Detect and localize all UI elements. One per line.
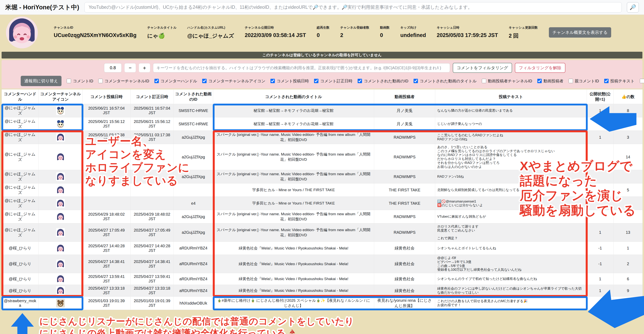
- commenter-icon-cell: [38, 285, 82, 297]
- column-toggle-checkbox[interactable]: [314, 79, 318, 83]
- commenter-icon-cell: [38, 197, 82, 210]
- clear-filter-button[interactable]: フィルタリングを解除: [515, 63, 566, 73]
- table-row: @桜_ひらり2025/04/27 14:38:41 JST2025/04/27 …: [2, 255, 642, 273]
- table-row: @にゃほ_ジャムズa2GujJZfXpgスパークル [original ver.…: [2, 170, 642, 183]
- show-channel-description-button[interactable]: チャンネル概要文を表示する: [549, 27, 611, 38]
- comment-posted-cell: [82, 197, 130, 210]
- keyword-filter-input[interactable]: [153, 63, 450, 72]
- video-id-cell: a2GujJZfXpg: [174, 170, 213, 183]
- tamagotchi-avatar: [56, 120, 65, 128]
- commenter-handle-cell: @桜_ひらり: [2, 242, 38, 255]
- filter-row: − ＋ コメントをフィルタリング フィルタリングを解除: [6, 63, 638, 73]
- video-poster-cell: RADWIMPS: [374, 144, 435, 170]
- column-toggle-checkbox[interactable]: [154, 79, 159, 83]
- column-toggle-checkbox[interactable]: [270, 79, 275, 83]
- column-toggle-1[interactable]: コメンターチャンネルID: [98, 78, 149, 84]
- table-row: @桜_ひらり2025/04/27 14:40:28 JST2025/04/27 …: [2, 242, 642, 255]
- video-title-cell: 緑黄色社会『Mela!』Music Video / Ryokuoushoku S…: [213, 255, 374, 273]
- channel-search-input[interactable]: [84, 2, 622, 12]
- post-text-cell: シオンちゃんとボイトレしてるもんね: [435, 242, 587, 255]
- video-poster-cell: THE FIRST TAKE: [374, 197, 435, 210]
- column-toggle-10[interactable]: 親コメントID: [568, 78, 599, 84]
- comment-posted-cell: 2025/05/11 03:17:38 JST: [82, 131, 130, 144]
- column-toggle-12[interactable]: 返信可否: [640, 78, 644, 84]
- column-toggle-checkbox[interactable]: [414, 79, 418, 83]
- channel-field-label: チャンネル登録者数: [340, 26, 369, 30]
- column-toggle-6[interactable]: コメントされた動画のID: [358, 78, 408, 84]
- comments-table: コメンターハンドルコメンターチャンネルアイコンコメント投稿日時コメント訂正日時コ…: [2, 89, 642, 310]
- channel-field-value: 2 回: [509, 32, 538, 39]
- column-toggle-checkbox[interactable]: [482, 79, 486, 83]
- column-toggle-2[interactable]: コメンターハンドル: [154, 78, 197, 84]
- commenter-icon-cell: [38, 117, 82, 131]
- column-header-4: コメントされた動画のID: [174, 89, 213, 104]
- column-header-3: コメント訂正日時: [130, 89, 174, 104]
- channel-field-8: キャッシュ日時2025/05/03 17:59:25 JST: [437, 26, 498, 38]
- column-toggle-checkbox[interactable]: [358, 79, 362, 83]
- post-text-cell: ここ荒らしてるのむしろRADファンだよねRADファンは√16ね: [435, 131, 587, 144]
- video-title-cell: スパークル [original ver.] -Your name. Music …: [213, 131, 374, 144]
- commenter-icon-cell: [38, 242, 82, 255]
- column-toggle-4[interactable]: コメント投稿日時: [270, 78, 309, 84]
- column-toggle-9[interactable]: 動画投稿者: [537, 78, 564, 84]
- column-toggle-row: 通報用に切り替え コメントIDコメンターチャンネルIDコメンターハンドルコメンタ…: [6, 76, 638, 86]
- visibility-cell: [587, 170, 614, 183]
- visibility-cell: 1: [587, 273, 614, 285]
- video-title-cell: 🎍#新年にじ格付け🎍 にじさんじ格付け2025 スペシャル🎍✨【夜見れな / ル…: [213, 297, 374, 310]
- channel-field-label: キャッシュ日時: [437, 26, 498, 30]
- threshold-decrease-button[interactable]: −: [124, 63, 136, 72]
- likes-cell: 8: [614, 104, 642, 117]
- column-toggle-checkbox[interactable]: [568, 79, 573, 83]
- video-poster-cell: THE FIRST TAKE: [374, 183, 435, 197]
- video-id-cell: aRDURmIYBZ4: [174, 255, 213, 273]
- search-button[interactable]: 🔎: [627, 2, 639, 12]
- column-header-5: コメントされた動画のタイトル: [213, 89, 374, 104]
- comment-posted-cell: [82, 144, 130, 170]
- channel-field-label: キャッシュ更新回数: [509, 26, 538, 30]
- column-toggle-checkbox[interactable]: [604, 79, 608, 83]
- video-title-cell: 緑黄色社会『Mela!』Music Video / Ryokuoushoku S…: [213, 242, 374, 255]
- comment-posted-cell: 2025/06/21 15:56:12 JST: [82, 117, 130, 131]
- commenter-handle-cell: @にゃほ_ジャムズ: [2, 144, 38, 170]
- column-toggle-0[interactable]: コメントID: [67, 78, 93, 84]
- column-toggle-8[interactable]: 動画投稿者チャンネルID: [482, 78, 532, 84]
- filter-comments-button[interactable]: コメントをフィルタリング: [453, 63, 512, 73]
- table-row: @にゃほ_ジャムズ2025/06/21 16:57:04 JST2025/06/…: [2, 104, 642, 117]
- video-id-cell: SMS5TC-HRWE: [174, 117, 213, 131]
- table-row: @strawberry_moka2025/01/03 19:01:39 JST2…: [2, 297, 642, 310]
- post-text-cell: じじいが調子乗んなっつーの: [435, 117, 587, 131]
- subscription-notice-bar: このチャンネルは登録しているチャンネルの取得を許可していません: [2, 52, 642, 58]
- channel-field-7: キッズ向けundefined: [400, 26, 426, 38]
- threshold-input[interactable]: [104, 63, 122, 72]
- post-text-cell: これだけの人数を1人で回せる夜見さんのMC力凄すぎる🎉お疲れ様です！: [435, 297, 587, 310]
- video-title-cell: スパークル [original ver.] -Your name. Music …: [213, 210, 374, 223]
- column-toggle-checkbox[interactable]: [537, 79, 542, 83]
- likes-cell: 0: [614, 117, 642, 131]
- video-id-cell: a2GujJZfXpg: [174, 144, 213, 170]
- report-mode-toggle-button[interactable]: 通報用に切り替え: [21, 76, 62, 86]
- comment-posted-cell: 2025/04/27 14:40:28 JST: [82, 242, 130, 255]
- post-text-cell: 北朝鮮なら夫婦別姓賛成してるバカは死刑になってる: [435, 183, 587, 197]
- comment-edited-cell: 2025/04/27 14:40:28 JST: [130, 242, 174, 255]
- column-toggle-checkbox[interactable]: [640, 79, 644, 83]
- commenter-icon-cell: [38, 210, 82, 223]
- column-toggle-5[interactable]: コメント訂正日時: [314, 78, 352, 84]
- app-title: 米堀 - HoriYone(テスト中): [5, 3, 79, 11]
- comment-posted-cell: 2025/04/29 18:48:02 JST: [82, 210, 130, 223]
- channel-field-value: 2: [340, 32, 369, 38]
- channel-header: チャンネルIDUCue0zqgN25XmYN6OXv5xKBgチャンネルタイトル…: [0, 15, 644, 50]
- column-toggle-checkbox[interactable]: [202, 79, 206, 83]
- video-poster-cell: 緑黄色社会: [374, 273, 435, 285]
- column-toggle-11[interactable]: 投稿テキスト: [604, 78, 635, 84]
- column-header-6: 動画投稿者: [374, 89, 435, 104]
- table-row: @にゃほ_ジャムズ宇多田ヒカル - Mine or Yours / THE FI…: [2, 183, 642, 197]
- threshold-increase-button[interactable]: ＋: [139, 63, 150, 72]
- column-toggle-checkbox[interactable]: [67, 79, 71, 83]
- commenter-handle-cell: @にゃほ_ジャムズ: [2, 131, 38, 144]
- column-toggle-checkbox[interactable]: [98, 79, 103, 83]
- channel-field-6: 動画数0: [380, 26, 390, 38]
- channel-field-label: 動画数: [380, 26, 390, 30]
- column-toggle-3[interactable]: コメンターチャンネルアイコン: [202, 78, 265, 84]
- column-toggle-7[interactable]: コメントされた動画のタイトル: [414, 78, 477, 84]
- commenter-icon-cell: [38, 297, 82, 310]
